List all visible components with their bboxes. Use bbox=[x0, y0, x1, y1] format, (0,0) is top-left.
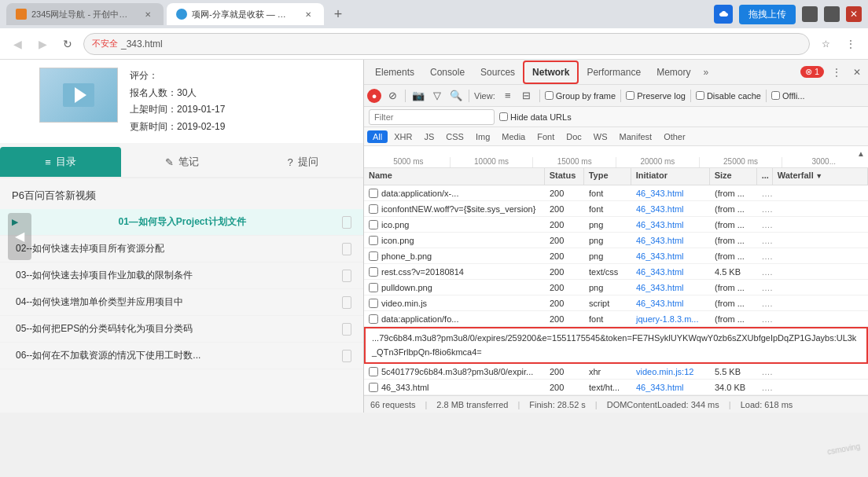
td-dots-4[interactable]: ... bbox=[757, 251, 773, 262]
preserve-log-checkbox[interactable]: Preserve log bbox=[626, 91, 686, 101]
td-dots-7[interactable]: ... bbox=[757, 298, 773, 309]
td-initiator-r0[interactable]: video.min.js:12 bbox=[631, 366, 710, 377]
type-btn-font[interactable]: Font bbox=[531, 130, 560, 143]
table-row[interactable]: data:application/fo... 200 font jquery-1… bbox=[364, 311, 868, 327]
th-name[interactable]: Name bbox=[364, 168, 545, 185]
td-dots-0[interactable]: ... bbox=[757, 188, 773, 199]
tab-performance[interactable]: Performance bbox=[579, 62, 649, 83]
th-initiator[interactable]: Initiator bbox=[631, 168, 710, 185]
panel-back-button[interactable]: ◀ bbox=[8, 213, 31, 260]
list-item-4[interactable]: 05--如何把EPS的分类码转化为项目分类码 bbox=[0, 316, 363, 343]
td-initiator-8[interactable]: jquery-1.8.3.m... bbox=[631, 314, 710, 325]
type-btn-media[interactable]: Media bbox=[496, 130, 531, 143]
th-size[interactable]: Size bbox=[710, 168, 757, 185]
table-row[interactable]: 46_343.html 200 text/ht... 46_343.html 3… bbox=[364, 380, 868, 395]
maximize-button[interactable] bbox=[824, 6, 840, 22]
list-item-2[interactable]: 03--如何快速去掉项目作业加载的限制条件 bbox=[0, 262, 363, 289]
tab-sources[interactable]: Sources bbox=[473, 62, 523, 83]
type-btn-js[interactable]: JS bbox=[418, 130, 440, 143]
td-dots-1[interactable]: ... bbox=[757, 204, 773, 215]
td-dots-8[interactable]: ... bbox=[757, 314, 773, 325]
td-dots-r1[interactable]: ... bbox=[757, 382, 773, 393]
nav-questions[interactable]: ? 提问 bbox=[242, 147, 363, 177]
td-initiator-7[interactable]: 46_343.html bbox=[631, 298, 710, 309]
table-row[interactable]: iconfontNEW.woff?v={$site.sys_version} 2… bbox=[364, 201, 868, 217]
filter-button[interactable]: ▽ bbox=[429, 88, 445, 104]
tab-1[interactable]: 2345网址导航 - 开创中国百年品... ✕ bbox=[6, 3, 164, 25]
td-dots-2[interactable]: ... bbox=[757, 219, 773, 230]
type-btn-css[interactable]: CSS bbox=[440, 130, 469, 143]
td-initiator-1[interactable]: 46_343.html bbox=[631, 204, 710, 215]
td-initiator-r1[interactable]: 46_343.html bbox=[631, 382, 710, 393]
td-dots-6[interactable]: ... bbox=[757, 282, 773, 293]
th-type[interactable]: Type bbox=[584, 168, 631, 185]
tab-elements[interactable]: Elements bbox=[367, 62, 422, 83]
settings-icon[interactable]: ⋮ bbox=[841, 35, 860, 53]
td-dots-r0[interactable]: ... bbox=[757, 366, 773, 377]
list-view-button[interactable]: ≡ bbox=[500, 88, 516, 104]
table-row[interactable]: rest.css?v=20180814 200 text/css 46_343.… bbox=[364, 264, 868, 280]
td-initiator-6[interactable]: 46_343.html bbox=[631, 282, 710, 293]
th-waterfall[interactable]: Waterfall bbox=[773, 168, 868, 185]
td-initiator-3[interactable]: 46_343.html bbox=[631, 235, 710, 246]
list-item-0[interactable]: 01—如何导入Project计划文件 bbox=[0, 209, 363, 236]
list-item-1[interactable]: 02--如何快速去掉项目所有资源分配 bbox=[0, 236, 363, 262]
devtools-close-button[interactable]: ✕ bbox=[849, 64, 865, 80]
list-item-5[interactable]: 06--如何在不加载资源的情况下使用工时数... bbox=[0, 343, 363, 369]
list-item-3[interactable]: 04--如何快速增加单价类型并应用项目中 bbox=[0, 289, 363, 316]
devtools-more-button[interactable]: » bbox=[698, 64, 713, 81]
cloud-upload-button[interactable]: 拖拽上传 bbox=[739, 5, 796, 24]
th-status[interactable]: Status bbox=[545, 168, 584, 185]
tab-network[interactable]: Network bbox=[523, 61, 579, 84]
type-btn-img[interactable]: Img bbox=[470, 130, 495, 143]
camera-button[interactable]: 📷 bbox=[410, 88, 426, 104]
tab-memory[interactable]: Memory bbox=[649, 62, 698, 83]
minimize-button[interactable] bbox=[802, 6, 818, 22]
tab-2[interactable]: 项网-分享就是收获 — 一起... ✕ bbox=[167, 3, 324, 25]
bookmark-icon[interactable]: ☆ bbox=[816, 35, 835, 53]
hide-data-urls-checkbox[interactable]: Hide data URLs bbox=[499, 112, 572, 122]
type-btn-all[interactable]: All bbox=[367, 130, 388, 143]
table-row[interactable]: data:application/x-... 200 font 46_343.h… bbox=[364, 185, 868, 201]
type-btn-manifest[interactable]: Manifest bbox=[614, 130, 658, 143]
nav-notes[interactable]: ✎ 笔记 bbox=[121, 147, 242, 177]
close-button[interactable]: ✕ bbox=[846, 6, 862, 22]
refresh-button[interactable]: ↻ bbox=[58, 35, 77, 53]
tree-view-button[interactable]: ⊟ bbox=[519, 88, 535, 104]
record-button[interactable]: ● bbox=[367, 89, 381, 103]
type-btn-other[interactable]: Other bbox=[658, 130, 691, 143]
devtools-settings-button[interactable]: ⋮ bbox=[829, 64, 844, 80]
offline-checkbox[interactable]: Offli... bbox=[771, 91, 805, 101]
address-bar[interactable]: 不安全 _343.html bbox=[83, 33, 810, 55]
td-dots-5[interactable]: ... bbox=[757, 266, 773, 277]
network-table[interactable]: Name Status Type Initiator Size ... Wate… bbox=[364, 168, 868, 395]
tab1-close[interactable]: ✕ bbox=[142, 8, 154, 20]
tab-console[interactable]: Console bbox=[422, 62, 473, 83]
nav-questions-icon: ? bbox=[287, 156, 292, 168]
table-row[interactable]: 5c401779c6b84.m3u8?pm3u8/0/expir... 200 … bbox=[364, 364, 868, 380]
table-row[interactable]: phone_b.png 200 png 46_343.html (from ..… bbox=[364, 248, 868, 264]
td-initiator-5[interactable]: 46_343.html bbox=[631, 266, 710, 277]
table-row[interactable]: pulldown.png 200 png 46_343.html (from .… bbox=[364, 280, 868, 295]
nav-directory[interactable]: ≡ 目录 bbox=[0, 147, 121, 177]
type-btn-xhr[interactable]: XHR bbox=[388, 130, 417, 143]
new-tab-button[interactable]: + bbox=[327, 3, 349, 25]
tab2-close[interactable]: ✕ bbox=[302, 8, 314, 20]
forward-button[interactable]: ▶ bbox=[33, 35, 52, 53]
disable-cache-checkbox[interactable]: Disable cache bbox=[696, 91, 761, 101]
back-button[interactable]: ◀ bbox=[8, 35, 27, 53]
table-row[interactable]: ico.png 200 png 46_343.html (from ... ..… bbox=[364, 217, 868, 233]
group-by-frame-checkbox[interactable]: Group by frame bbox=[545, 91, 616, 101]
type-btn-doc[interactable]: Doc bbox=[561, 130, 587, 143]
tab2-favicon bbox=[176, 9, 187, 20]
table-row[interactable]: icon.png 200 png 46_343.html (from ... .… bbox=[364, 233, 868, 248]
td-dots-3[interactable]: ... bbox=[757, 235, 773, 246]
td-initiator-2[interactable]: 46_343.html bbox=[631, 219, 710, 230]
table-row[interactable]: video.min.js 200 script 46_343.html (fro… bbox=[364, 295, 868, 311]
type-btn-ws[interactable]: WS bbox=[588, 130, 613, 143]
stop-button[interactable]: ⊘ bbox=[384, 88, 400, 104]
filter-input[interactable] bbox=[369, 109, 495, 125]
search-button[interactable]: 🔍 bbox=[448, 88, 464, 104]
td-initiator-0[interactable]: 46_343.html bbox=[631, 188, 710, 199]
td-initiator-4[interactable]: 46_343.html bbox=[631, 251, 710, 262]
